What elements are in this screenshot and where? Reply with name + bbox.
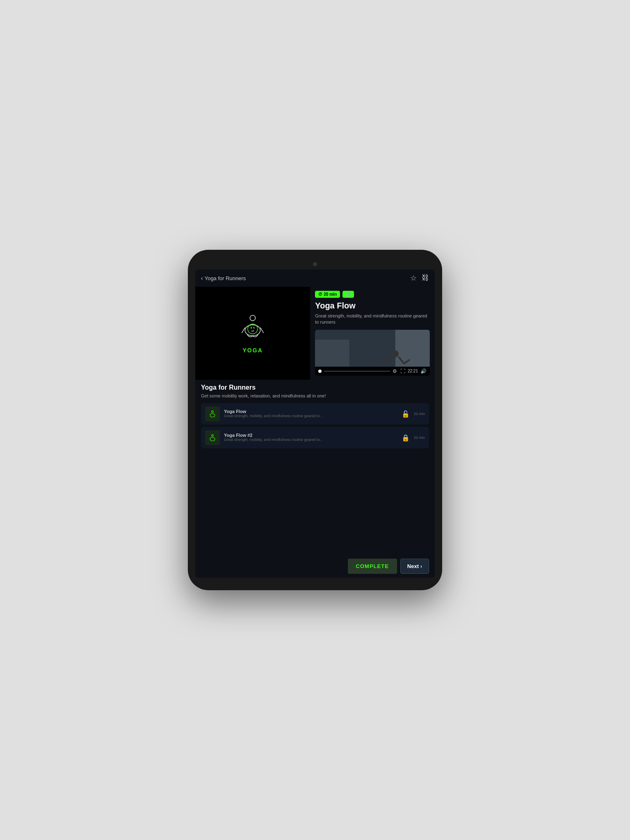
workout-info: ⏱ 20 min 🔗 Yoga Flow Great strength, mob… <box>310 287 435 380</box>
video-settings: ⚙ ⛶ <box>393 368 405 374</box>
video-controls: ⚙ ⛶ 22:21 🔊 <box>315 367 430 376</box>
link-badge-icon: 🔗 <box>346 292 351 297</box>
workout-title: Yoga Flow <box>315 301 430 310</box>
workout-description: Great strength, mobility, and mindfulnes… <box>315 313 430 326</box>
link-badge: 🔗 <box>342 291 354 298</box>
back-label: Yoga for Runners <box>205 275 246 281</box>
svg-point-0 <box>250 315 255 321</box>
next-chevron-icon: › <box>420 564 422 569</box>
section-title: Yoga for Runners <box>201 384 429 391</box>
list-item-thumbnail-1 <box>205 406 220 421</box>
yoga-label-text: YOGA <box>243 347 263 354</box>
svg-point-17 <box>210 413 215 417</box>
svg-line-3 <box>260 328 264 333</box>
lock-icon-2: 🔒 <box>402 434 410 442</box>
svg-point-16 <box>212 411 213 413</box>
back-button[interactable]: ‹ Yoga for Runners <box>201 275 246 281</box>
list-item-duration-1: 20 min <box>414 412 425 416</box>
lock-icon-1: 🔓 <box>402 410 410 418</box>
tablet-screen: ‹ Yoga for Runners ☆ ⛓ <box>195 269 435 578</box>
video-duration: 22:21 <box>408 369 418 373</box>
lower-section: Yoga for Runners Get some mobility work,… <box>195 380 435 555</box>
svg-point-19 <box>210 437 215 441</box>
list-item[interactable]: Yoga Flow #2 Great strength, mobility, a… <box>201 427 429 448</box>
time-badge-label: 20 min <box>324 292 337 297</box>
svg-point-11 <box>392 350 399 357</box>
complete-button[interactable]: COMPLETE <box>348 559 397 574</box>
list-item-title-1: Yoga Flow <box>224 409 397 414</box>
next-label: Next <box>407 563 419 569</box>
workout-image: S S LP YOGA <box>195 287 310 380</box>
back-chevron-icon: ‹ <box>201 275 203 281</box>
link-icon[interactable]: ⛓ <box>422 274 429 283</box>
section-description: Get some mobility work, relaxation, and … <box>201 393 429 399</box>
list-item-desc-1: Great strength, mobility, and mindfulnes… <box>224 414 397 419</box>
screen-content: S S LP YOGA ⏱ 20 min <box>195 287 435 555</box>
yoga-figure-icon: S S LP <box>236 313 269 345</box>
yoga-thumb-icon-2 <box>208 433 217 442</box>
header-icons: ☆ ⛓ <box>410 274 429 283</box>
yoga-thumb-icon-1 <box>208 409 217 418</box>
svg-line-2 <box>242 328 245 333</box>
svg-point-18 <box>212 435 213 436</box>
progress-indicator <box>318 370 322 373</box>
list-item-title-2: Yoga Flow #2 <box>224 433 397 438</box>
volume-icon[interactable]: 🔊 <box>420 368 427 374</box>
svg-text:S: S <box>251 326 252 329</box>
video-player[interactable]: ▶ ⚙ ⛶ 22:21 🔊 <box>315 330 430 376</box>
star-icon[interactable]: ☆ <box>410 274 417 283</box>
yoga-logo: S S LP YOGA <box>236 313 269 354</box>
time-badge: ⏱ 20 min <box>315 291 340 298</box>
screen-header: ‹ Yoga for Runners ☆ ⛓ <box>195 269 435 287</box>
badges-container: ⏱ 20 min 🔗 <box>315 291 430 298</box>
svg-rect-9 <box>315 340 349 367</box>
video-thumbnail: ▶ <box>315 330 430 367</box>
svg-rect-10 <box>395 330 430 367</box>
svg-text:S: S <box>253 326 255 329</box>
fullscreen-icon[interactable]: ⛶ <box>400 368 405 374</box>
clock-icon: ⏱ <box>318 292 322 297</box>
settings-icon[interactable]: ⚙ <box>393 368 397 374</box>
progress-bar[interactable] <box>324 371 390 372</box>
video-bg <box>315 330 430 367</box>
svg-point-4 <box>248 324 258 334</box>
svg-text:LP: LP <box>251 330 254 332</box>
tablet-device: ‹ Yoga for Runners ☆ ⛓ <box>188 250 442 590</box>
list-item-info-1: Yoga Flow Great strength, mobility, and … <box>224 409 397 419</box>
camera <box>313 262 317 266</box>
top-section: S S LP YOGA ⏱ 20 min <box>195 287 435 380</box>
next-button[interactable]: Next › <box>400 559 429 574</box>
list-item[interactable]: Yoga Flow Great strength, mobility, and … <box>201 403 429 425</box>
list-item-thumbnail-2 <box>205 430 220 445</box>
list-item-info-2: Yoga Flow #2 Great strength, mobility, a… <box>224 433 397 443</box>
bottom-bar: COMPLETE Next › <box>195 555 435 578</box>
list-item-desc-2: Great strength, mobility, and mindfulnes… <box>224 438 397 443</box>
list-item-duration-2: 20 min <box>414 436 425 440</box>
